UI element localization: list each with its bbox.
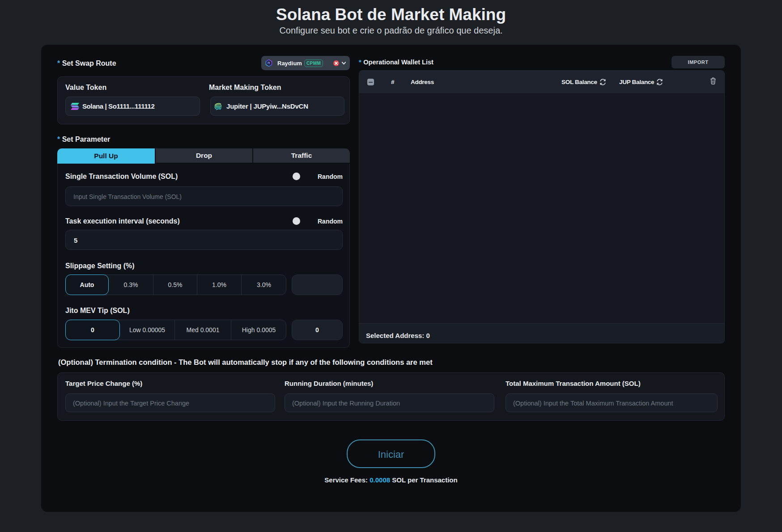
svg-text:R: R — [268, 61, 271, 65]
